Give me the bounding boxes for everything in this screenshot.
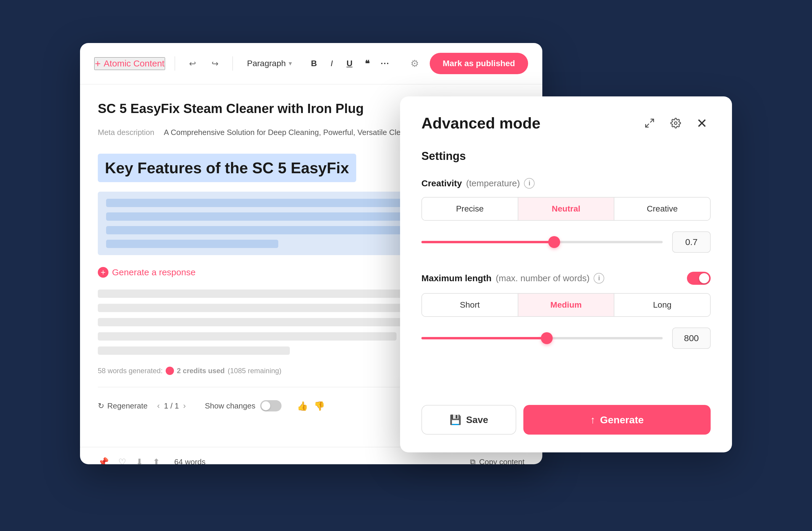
feedback-buttons: 👍 👎 xyxy=(297,401,325,411)
toolbar-divider-2 xyxy=(232,56,233,71)
length-slider-thumb[interactable] xyxy=(541,332,553,344)
max-length-info-icon[interactable]: i xyxy=(594,273,604,283)
settings-gear-button[interactable]: ⚙ xyxy=(407,55,422,72)
creativity-setting-group: Creativity (temperature) i Precise Neutr… xyxy=(421,178,711,253)
section-heading: Key Features of the SC 5 EasyFix xyxy=(98,154,356,182)
download-icon[interactable]: ⬇ xyxy=(136,457,143,464)
heart-icon[interactable]: ♡ xyxy=(118,457,126,464)
creativity-label: Creativity (temperature) i xyxy=(421,178,711,189)
copy-icon: ⧉ xyxy=(470,458,476,464)
gear-icon: ⚙ xyxy=(410,58,419,69)
panel-footer: 💾 Save ↑ Generate xyxy=(421,405,711,435)
max-length-toggle[interactable] xyxy=(687,272,711,285)
length-slider-fill xyxy=(421,337,547,339)
slider-thumb[interactable] xyxy=(548,236,560,248)
panel-header-icons: ✕ xyxy=(641,114,711,132)
slider-fill xyxy=(421,241,554,243)
show-changes-label: Show changes xyxy=(205,401,256,410)
meta-label: Meta description xyxy=(98,128,155,137)
advanced-mode-panel: Advanced mode ✕ xyxy=(400,96,732,452)
panel-header: Advanced mode ✕ xyxy=(421,114,711,132)
copy-content-button[interactable]: ⧉ Copy content xyxy=(470,458,524,464)
save-button[interactable]: 💾 Save xyxy=(421,405,516,435)
undo-button[interactable]: ↩ xyxy=(185,55,200,72)
undo-icon: ↩ xyxy=(189,59,196,69)
toolbar-divider xyxy=(175,56,175,71)
show-changes-group: Show changes xyxy=(205,400,281,411)
expand-button[interactable] xyxy=(641,114,658,132)
save-icon: 💾 xyxy=(450,414,461,425)
length-long-button[interactable]: Long xyxy=(614,294,710,316)
close-icon: ✕ xyxy=(696,116,707,131)
pin-icon[interactable]: 📌 xyxy=(98,457,109,464)
length-medium-button[interactable]: Medium xyxy=(518,294,615,316)
arrow-up-icon: ↑ xyxy=(590,414,595,426)
word-count: 64 words xyxy=(174,458,206,464)
credits-badge-icon xyxy=(166,367,174,375)
regenerate-button[interactable]: ↻ Regenerate xyxy=(98,401,148,410)
close-button[interactable]: ✕ xyxy=(693,114,711,132)
regen-icon: ↻ xyxy=(98,401,104,410)
length-short-button[interactable]: Short xyxy=(422,294,518,316)
creativity-slider[interactable] xyxy=(421,240,663,244)
quote-button[interactable]: ❝ xyxy=(360,56,375,71)
settings-section: Settings Creativity (temperature) i Prec… xyxy=(421,150,711,391)
settings-title: Settings xyxy=(421,150,711,163)
atomic-content-button[interactable]: + Atomic Content xyxy=(94,57,165,70)
format-buttons: B I U ❝ ··· xyxy=(306,56,393,71)
creativity-precise-button[interactable]: Precise xyxy=(422,198,518,220)
redo-button[interactable]: ↪ xyxy=(207,55,222,72)
max-length-label-row: Maximum length (max. number of words) i xyxy=(421,272,711,285)
generate-button[interactable]: ↑ Generate xyxy=(523,405,711,435)
more-button[interactable]: ··· xyxy=(377,56,393,71)
underline-button[interactable]: U xyxy=(342,56,357,71)
show-changes-toggle[interactable] xyxy=(260,400,281,411)
panel-title: Advanced mode xyxy=(421,114,540,132)
plus-icon: + xyxy=(95,58,101,69)
chevron-down-icon: ▾ xyxy=(289,60,292,67)
creativity-info-icon[interactable]: i xyxy=(524,178,535,189)
footer-action-icons: 📌 ♡ ⬇ ⬆ xyxy=(98,457,160,464)
redo-icon: ↪ xyxy=(212,59,218,69)
max-length-setting-group: Maximum length (max. number of words) i … xyxy=(421,272,711,349)
next-page-button[interactable]: › xyxy=(183,401,186,410)
italic-button[interactable]: I xyxy=(324,56,339,71)
creativity-options: Precise Neutral Creative xyxy=(421,197,711,221)
length-options: Short Medium Long xyxy=(421,293,711,317)
creativity-slider-row: 0.7 xyxy=(421,232,711,253)
svg-line-0 xyxy=(651,119,654,123)
share-icon[interactable]: ⬆ xyxy=(153,457,160,464)
svg-point-2 xyxy=(675,122,677,125)
mark-published-button[interactable]: Mark as published xyxy=(430,53,528,74)
creativity-neutral-button[interactable]: Neutral xyxy=(518,198,615,220)
paragraph-selector[interactable]: Paragraph ▾ xyxy=(243,56,297,71)
settings-button[interactable] xyxy=(667,114,684,132)
bold-button[interactable]: B xyxy=(306,56,321,71)
creativity-creative-button[interactable]: Creative xyxy=(614,198,710,220)
editor-toolbar: + Atomic Content ↩ ↪ Paragraph ▾ B I U ❝… xyxy=(80,43,542,85)
pagination-controls: ‹ 1 / 1 › xyxy=(157,401,186,410)
length-slider[interactable] xyxy=(421,336,663,340)
svg-line-1 xyxy=(646,124,649,127)
length-options-wrapper: Short Medium Long 800 xyxy=(421,293,711,349)
thumbs-down-button[interactable]: 👎 xyxy=(314,401,325,411)
toggle-large-knob xyxy=(699,273,709,283)
max-length-label: Maximum length (max. number of words) i xyxy=(421,273,604,283)
thumbs-up-button[interactable]: 👍 xyxy=(297,401,308,411)
length-value-display: 800 xyxy=(672,327,711,349)
prev-page-button[interactable]: ‹ xyxy=(157,401,160,410)
length-slider-row: 800 xyxy=(421,327,711,349)
plus-circle-icon: + xyxy=(98,267,108,278)
creativity-value-display: 0.7 xyxy=(672,232,711,253)
toggle-knob xyxy=(261,401,270,410)
